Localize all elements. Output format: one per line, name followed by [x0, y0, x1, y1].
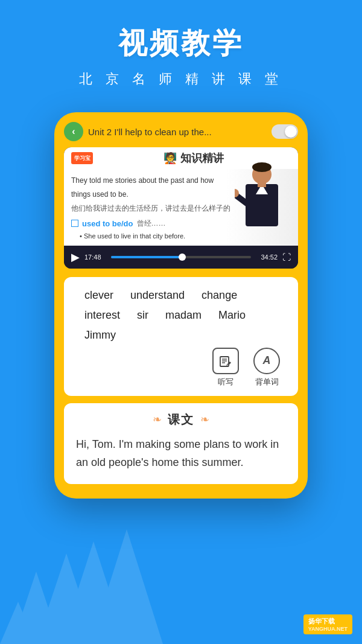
svg-marker-4	[0, 602, 36, 644]
word-grid: clever understand change interest sir ma…	[76, 285, 286, 345]
section-header: ❧ 课文 ❧	[76, 412, 286, 428]
highlight-meaning: 曾经……	[137, 218, 166, 229]
page-subtitle: 北 京 名 师 精 讲 课 堂	[12, 70, 350, 88]
svg-marker-3	[91, 529, 163, 644]
word-item-understand[interactable]: understand	[122, 285, 193, 305]
back-icon: ‹	[72, 126, 75, 137]
phone-top-bar: ‹ Unit 2 I'll help to clean up the...	[64, 122, 298, 141]
highlight-box	[71, 220, 78, 227]
svg-rect-9	[258, 182, 266, 187]
section-title: 课文	[168, 412, 194, 428]
progress-bar[interactable]	[111, 256, 251, 258]
page-header: 视频教学 北 京 名 师 精 讲 课 堂	[0, 0, 362, 100]
word-item-sir[interactable]: sir	[129, 305, 157, 325]
progress-fill	[111, 256, 182, 258]
play-button[interactable]: ▶	[71, 250, 80, 264]
progress-thumb	[179, 253, 186, 261]
back-button[interactable]: ‹	[64, 122, 83, 141]
fullscreen-button[interactable]: ⛶	[282, 252, 291, 262]
highlight-term: used to be/do	[82, 219, 133, 228]
title-icon: 🧑‍🏫	[164, 152, 180, 164]
dictation-button[interactable]: 听写	[212, 348, 239, 387]
word-item-mario[interactable]: Mario	[210, 305, 254, 325]
action-buttons: 听写 A 背单词	[76, 345, 286, 387]
word-item-clever[interactable]: clever	[76, 285, 122, 305]
time-current: 17:48	[84, 253, 106, 261]
dictation-label: 听写	[218, 377, 233, 387]
word-item-interest[interactable]: interest	[76, 305, 129, 325]
word-item-madam[interactable]: madam	[157, 305, 210, 325]
teacher-overlay	[226, 169, 298, 246]
word-item-change[interactable]: change	[193, 285, 246, 305]
text-content-area: ❧ 课文 ❧ Hi, Tom. I'm making some plans to…	[64, 403, 298, 484]
vocab-icon: A	[253, 348, 280, 374]
teacher-figure	[235, 161, 289, 240]
video-player: 学习宝 🧑‍🏫 知识精讲 They told me stories about …	[64, 147, 298, 269]
toggle-switch[interactable]	[272, 124, 298, 139]
edit-icon	[219, 354, 232, 368]
svg-line-16	[227, 364, 227, 366]
word-list-area: clever understand change interest sir ma…	[64, 277, 298, 396]
vocab-button[interactable]: A 背单词	[253, 348, 280, 387]
deco-left: ❧	[153, 413, 162, 426]
deco-right: ❧	[200, 413, 209, 426]
dictation-icon	[212, 348, 239, 374]
video-logo: 学习宝	[71, 152, 93, 164]
svg-point-6	[252, 162, 272, 172]
svg-marker-0	[36, 553, 97, 644]
page-title: 视频教学	[12, 24, 350, 63]
watermark-line2: YANGHUA.NET	[308, 626, 348, 632]
video-content: They told me stories about the past and …	[64, 169, 298, 246]
unit-title: Unit 2 I'll help to clean up the...	[88, 127, 267, 137]
svg-marker-2	[60, 541, 127, 644]
toggle-thumb	[285, 126, 297, 138]
video-controls: ▶ 17:48 34:52 ⛶	[64, 246, 298, 269]
time-total: 34:52	[256, 253, 278, 261]
section-text: Hi, Tom. I'm making some plans to work i…	[76, 435, 286, 472]
watermark-line1: 扬华下载	[308, 617, 348, 626]
word-item-jimmy[interactable]: Jimmy	[76, 325, 124, 345]
vocab-label: 背单词	[255, 377, 279, 387]
svg-marker-1	[12, 572, 60, 644]
watermark: 扬华下载 YANGHUA.NET	[303, 614, 352, 634]
phone-mockup: ‹ Unit 2 I'll help to clean up the... 学习…	[54, 112, 308, 499]
